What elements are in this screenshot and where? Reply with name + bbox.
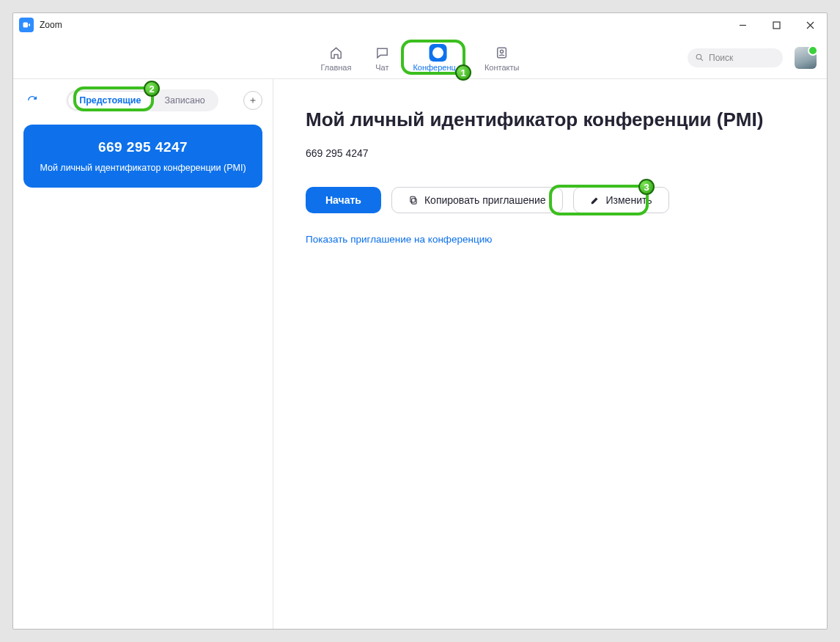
avatar[interactable] [795,47,817,69]
copy-icon [408,195,419,205]
tab-home[interactable]: Главная [317,43,356,73]
action-row: Начать Копировать приглашение Изменить [306,187,827,213]
svg-rect-0 [773,22,780,29]
window-title: Zoom [40,20,62,30]
minimize-button[interactable] [726,13,759,37]
segment-control: Предстоящие Записано [66,89,218,111]
topbar: Главная Чат Конференц... Контакты Поиск [13,37,827,79]
svg-rect-6 [410,196,415,202]
close-button[interactable] [793,13,827,37]
segment-recorded[interactable]: Записано [152,91,216,110]
copy-invite-button[interactable]: Копировать приглашение [391,187,563,213]
page-title: Мой личный идентификатор конференции (PM… [306,108,827,131]
main-panel: Мой личный идентификатор конференции (PM… [273,79,827,629]
chat-icon [373,44,391,62]
tab-contacts[interactable]: Контакты [480,43,524,73]
pencil-icon [590,195,600,205]
pmi-line: 669 295 4247 [306,147,827,159]
edit-button[interactable]: Изменить [573,187,669,213]
start-button[interactable]: Начать [306,187,381,213]
add-meeting-button[interactable] [243,91,262,110]
svg-point-4 [696,54,701,59]
tab-meetings[interactable]: Конференц... [408,43,467,73]
show-invite-link[interactable]: Показать приглашение на конференцию [306,234,827,245]
refresh-icon [26,95,38,106]
app-window: Zoom Главная Чат Конференц... Контакты [12,12,828,630]
maximize-button[interactable] [759,13,793,37]
titlebar: Zoom [13,13,827,37]
segment-upcoming[interactable]: Предстоящие [67,91,152,110]
tab-chat[interactable]: Чат [369,43,395,73]
sidebar-header: Предстоящие Записано [23,89,262,111]
sidebar: Предстоящие Записано 669 295 4247 Мой ли… [13,79,273,629]
pmi-card[interactable]: 669 295 4247 Мой личный идентификатор ко… [23,125,262,188]
plus-icon [248,96,257,105]
search-icon [695,53,704,62]
zoom-logo-icon [19,18,34,32]
refresh-button[interactable] [23,92,41,109]
nav-tabs: Главная Чат Конференц... Контакты [317,43,524,73]
pmi-card-subtitle: Мой личный идентификатор конференции (PM… [35,163,251,173]
contacts-icon [493,44,511,62]
svg-point-3 [501,50,504,53]
window-controls [726,13,827,37]
body: Предстоящие Записано 669 295 4247 Мой ли… [13,79,827,629]
pmi-number: 669 295 4247 [35,139,251,155]
svg-rect-5 [412,199,416,204]
search-input[interactable]: Поиск [688,48,783,67]
clock-icon [429,44,446,62]
home-icon [327,44,345,62]
